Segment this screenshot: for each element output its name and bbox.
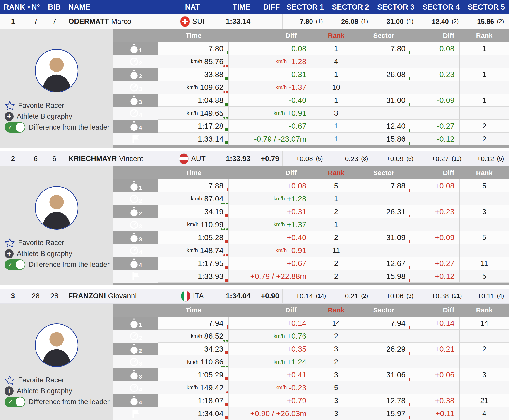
- rank-value-cell: 4: [315, 55, 358, 68]
- sector-value-cell: 15.86: [358, 133, 410, 145]
- difference-toggle-row[interactable]: ✓ Difference from the leader: [5, 397, 113, 407]
- speed-unit-label: km/h: [273, 196, 285, 202]
- difference-toggle[interactable]: ✓: [5, 122, 25, 133]
- detail-row: 1 7.80 -0.08 1 7.80 -0.08 1: [113, 42, 509, 55]
- athlete-biography-button[interactable]: + Athlete Biography: [5, 386, 113, 397]
- time-value: 149.65: [200, 109, 223, 118]
- athlete-biography-button[interactable]: + Athlete Biography: [5, 248, 113, 259]
- plus-icon: +: [5, 386, 14, 396]
- speed-unit-label: km/h: [191, 196, 202, 202]
- time-value-cell: 1:33.14: [158, 133, 229, 145]
- favorite-racer-button[interactable]: Favorite Racer: [5, 100, 113, 111]
- sector-value-cell: 26.31: [358, 205, 410, 218]
- sector-diff-cell: +0.08: [410, 180, 460, 192]
- sector-value-cell: 15.98: [358, 270, 410, 283]
- diff-value-cell: +0.79: [229, 394, 315, 407]
- plus-icon: +: [5, 112, 14, 121]
- stopwatch-icon: [130, 69, 138, 80]
- time-value-cell: 34.23: [158, 343, 229, 355]
- speedometer-icon: [130, 383, 139, 392]
- racer-summary-row[interactable]: 1 7 7 ODERMATT Marco SUI 1:33.14 7.80(1)…: [0, 14, 509, 29]
- detail-row: 4 km/h 149.42 km/h -0.23 5: [113, 381, 509, 394]
- difference-toggle[interactable]: ✓: [5, 259, 25, 270]
- time-value-cell: km/h 109.62: [158, 81, 229, 94]
- total-diff-cell: [260, 14, 283, 29]
- detail-header-diff2: Diff: [410, 306, 460, 314]
- diff-value-cell: +0.67: [229, 257, 315, 270]
- sector-diff-cell: [410, 107, 460, 120]
- trend-marker: [225, 128, 228, 131]
- detail-row: 4 1:17.28 -0.67 1 12.40 -0.27 2: [113, 120, 509, 133]
- diff-value-cell: +0.40: [229, 231, 315, 244]
- time-value: 7.88: [208, 181, 223, 190]
- rank-value-cell: 2: [315, 270, 358, 283]
- header-sector-2: SECTOR 2: [328, 3, 373, 11]
- metric-index: 1: [139, 47, 142, 54]
- favorite-racer-button[interactable]: Favorite Racer: [5, 237, 113, 248]
- detail-row: 4 km/h 148.74 km/h -0.91 11: [113, 244, 509, 257]
- toggle-knob: [16, 260, 25, 269]
- sector-value: 15.86: [386, 135, 406, 143]
- time-value-cell: 1:05.29: [158, 368, 229, 381]
- time-value-cell: km/h 149.65: [158, 107, 229, 120]
- speedometer-icon: [130, 332, 139, 341]
- rank-value-cell: 1: [315, 192, 358, 205]
- metric-icon-cell: 2: [113, 55, 158, 68]
- sector-value-cell: 12.67: [358, 257, 410, 270]
- sector-diff-cell: +0.23: [410, 205, 460, 218]
- time-value: 1:33.93: [198, 272, 223, 281]
- speed-unit-label: km/h: [273, 222, 285, 228]
- speed-unit-label: km/h: [187, 359, 199, 365]
- sector-diff-cell: [410, 192, 460, 205]
- time-value: 110.86: [201, 358, 223, 366]
- rank-value-cell: 1: [315, 68, 358, 81]
- racer-block: 3 28 28 FRANZONI Giovanni ITA 1:34.04 +0…: [0, 289, 509, 420]
- sector-cell: +0.27(11): [418, 155, 464, 163]
- sector-value-cell: [358, 55, 410, 68]
- rank-cell: 1: [0, 17, 26, 26]
- sector-diff-cell: -0.12: [410, 133, 460, 145]
- sector-value: 7.80: [391, 44, 406, 53]
- sector-diff-cell: +0.12: [410, 270, 460, 283]
- favorite-racer-button[interactable]: Favorite Racer: [5, 375, 113, 386]
- racer-summary-row[interactable]: 2 6 6 KRIECHMAYR Vincent AUT 1:33.93 +0.…: [0, 151, 509, 166]
- diff-value: -0.79 / -23.07m: [254, 135, 306, 143]
- detail-header-time: Time: [158, 32, 229, 39]
- sector-cell: +0.06(3): [373, 292, 418, 300]
- detail-row: 3 1:04.88 -0.40 1 31.00 -0.09 1: [113, 94, 509, 107]
- difference-toggle-row[interactable]: ✓ Difference from the leader: [5, 122, 113, 133]
- speed-unit-label: km/h: [273, 110, 285, 116]
- difference-toggle-row[interactable]: ✓ Difference from the leader: [5, 259, 113, 270]
- trend-marker: [225, 416, 228, 419]
- rank-value-cell: 3: [315, 394, 358, 407]
- athlete-biography-button[interactable]: + Athlete Biography: [5, 111, 113, 122]
- metric-index: 3: [139, 361, 142, 367]
- sector-value-cell: 26.08: [358, 68, 410, 81]
- detail-rows: 1 7.88 +0.08 5 7.88 +0.08 5: [113, 180, 509, 283]
- time-value: 149.42: [200, 383, 223, 392]
- header-rank[interactable]: RANK ▼: [0, 3, 26, 11]
- detail-header-sector: Sector: [358, 32, 410, 39]
- time-value: 85.76: [204, 57, 223, 66]
- racer-last-name: ODERMATT: [68, 17, 109, 26]
- racer-detail: Favorite Racer + Athlete Biography ✓ Dif…: [0, 29, 509, 148]
- stopwatch-icon: [130, 95, 138, 105]
- diff-value: +1.28: [287, 194, 306, 203]
- sector-rank-cell: [460, 330, 509, 343]
- time-value: 1:04.88: [198, 96, 223, 105]
- sector-rank-cell: 11: [460, 257, 509, 270]
- nat-code: SUI: [192, 17, 204, 26]
- metric-icon-cell: [113, 133, 158, 145]
- sector-value-cell: 26.29: [358, 343, 410, 355]
- time-value: 33.88: [204, 70, 223, 79]
- difference-toggle[interactable]: ✓: [5, 397, 25, 407]
- diff-value: +0.41: [287, 370, 306, 379]
- star-icon: [5, 375, 15, 385]
- trend-marker: [225, 214, 228, 217]
- detail-row: 2 km/h 87.04 km/h +1.28 1: [113, 192, 509, 205]
- header-sector-1: SECTOR 1: [283, 3, 328, 11]
- metric-index: 3: [139, 223, 142, 230]
- detail-header-diff: Diff: [229, 169, 315, 177]
- racer-summary-row[interactable]: 3 28 28 FRANZONI Giovanni ITA 1:34.04 +0…: [0, 289, 509, 304]
- detail-header-rank: Rank: [315, 32, 358, 39]
